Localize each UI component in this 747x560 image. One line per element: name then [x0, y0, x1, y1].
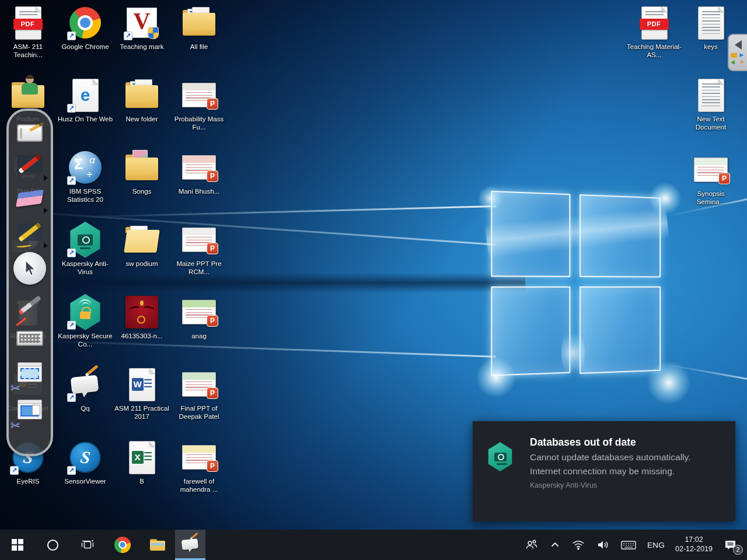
- eraser-tool[interactable]: [13, 182, 47, 215]
- speaker-mini-icon: [731, 60, 735, 65]
- screen-highlighter-tool[interactable]: [13, 215, 47, 250]
- desktop-icon-new-folder[interactable]: New folder: [114, 77, 170, 123]
- desktop-icon-new-text-document[interactable]: New Text Document: [683, 77, 739, 131]
- desktop-icon-label: New Text Document: [683, 115, 739, 131]
- desktop-icon-label: Final PPT of Deepak Patel: [171, 404, 227, 421]
- cortana-icon: [47, 540, 58, 551]
- pen-app-button[interactable]: [175, 530, 205, 560]
- shortcut-arrow-icon: ↗: [67, 321, 76, 330]
- excel-icon: X: [123, 439, 160, 475]
- desktop-icon-ibm-spss-statistics-20[interactable]: Σα÷↗IBM SPSS Statistics 20: [57, 149, 113, 204]
- desktop-icon-songs[interactable]: Songs: [114, 149, 170, 195]
- chrome-icon: ↗: [67, 5, 104, 41]
- kaspersky-notification[interactable]: Databases out of date Cannot update data…: [473, 421, 735, 522]
- window-capture-tool[interactable]: ✂: [13, 391, 47, 428]
- desktop-icon-google-chrome[interactable]: ↗Google Chrome: [57, 5, 113, 51]
- spss-icon: Σα÷↗: [67, 149, 104, 186]
- screen-pen-tool[interactable]: [13, 146, 47, 182]
- submenu-arrow-icon[interactable]: [44, 243, 48, 249]
- desktop-icon-mani-bhush[interactable]: PMani Bhush...: [171, 149, 227, 195]
- task-view-button[interactable]: [70, 530, 105, 560]
- folder-files-icon: [180, 5, 218, 41]
- desktop-icon-asm-211-teachin[interactable]: PDFASM- 211 Teachin...: [0, 5, 56, 59]
- desktop-icon-label: Qq: [81, 404, 89, 412]
- desktop-icon-all-file[interactable]: All file: [171, 5, 227, 51]
- kaspersky-logo-icon: [487, 442, 514, 471]
- shortcut-arrow-icon: ↗: [10, 466, 19, 475]
- desktop-icon-husz-on-the-web[interactable]: e↗Husz On The Web: [57, 77, 113, 123]
- docked-toolbar-collapsed[interactable]: ▶ ★: [728, 34, 747, 71]
- desktop-icon-label: keys: [704, 43, 718, 51]
- folder-mini-icon: [731, 53, 737, 58]
- textdoc-icon: [692, 5, 729, 41]
- clock[interactable]: 17:02 02-12-2019: [670, 530, 718, 560]
- volume-icon[interactable]: [591, 530, 615, 560]
- touch-keyboard-icon[interactable]: [615, 530, 642, 560]
- ppt-icon: P: [180, 222, 218, 258]
- desktop-icon-probability-mass-fu[interactable]: PProbability Mass Fu...: [171, 77, 227, 131]
- chrome-taskbar-button[interactable]: [105, 530, 140, 560]
- desktop-icon-kaspersky-secure-co[interactable]: ↗Kaspersky Secure Co...: [57, 294, 113, 348]
- desktop-icon-farewell-of-mahendra[interactable]: Pfarewell of mahendra ...: [171, 439, 227, 494]
- screen-capture-tool[interactable]: ✂: [13, 354, 47, 391]
- start-button[interactable]: [0, 530, 35, 560]
- notification-body: Cannot update databases automatically. I…: [530, 450, 705, 479]
- desktop-icon-kaspersky-anti-virus[interactable]: ↗Kaspersky Anti-Virus: [57, 222, 113, 276]
- image-red-icon: [123, 294, 160, 330]
- submenu-arrow-icon[interactable]: [44, 208, 48, 214]
- wifi-icon[interactable]: [566, 530, 591, 560]
- hidden-icons-chevron[interactable]: [544, 530, 566, 560]
- vmark-icon: V↗: [123, 5, 160, 41]
- clock-time: 17:02: [685, 536, 703, 545]
- swirl-icon: S↗: [67, 439, 104, 475]
- laser-pointer-tool[interactable]: [13, 287, 47, 323]
- desktop-icon-label: EyeRIS: [17, 477, 40, 485]
- language-indicator[interactable]: ENG: [642, 530, 670, 560]
- edge-icon: e↗: [67, 77, 104, 113]
- desktop-icon-sensorviewer[interactable]: S↗SensorViewer: [57, 439, 113, 485]
- desktop-icon-qq[interactable]: ↗Qq: [57, 366, 113, 412]
- onscreen-keyboard-tool[interactable]: [13, 323, 47, 354]
- action-center-icon[interactable]: 2: [718, 530, 743, 560]
- desktop-icon-label: Husz On The Web: [58, 115, 113, 123]
- pdf-icon: PDF: [9, 5, 47, 41]
- desktop-icon-teaching-mark[interactable]: V↗Teaching mark: [114, 5, 170, 51]
- tablet-pen-tool[interactable]: [13, 120, 47, 146]
- floating-pen-toolbar[interactable]: ✂✂: [6, 108, 53, 456]
- desktop-icon-46135303-n[interactable]: 46135303-n...: [114, 294, 170, 340]
- desktop-icon-label: Teaching mark: [120, 43, 164, 51]
- shortcut-arrow-icon: ↗: [67, 466, 76, 475]
- desktop-icon-label: Maize PPT Pre RCM...: [171, 260, 227, 276]
- star-mini-icon: ★: [738, 59, 745, 65]
- ppt-icon: P: [180, 149, 218, 186]
- desktop-icon-anag[interactable]: Panag: [171, 294, 227, 340]
- kav-icon: ↗: [67, 222, 104, 258]
- desktop-icon-b[interactable]: XB: [114, 439, 170, 485]
- desktop-icon-label: All file: [190, 43, 208, 51]
- folder-media-icon: [123, 149, 160, 186]
- desktop-icon-final-ppt-of-deepak-patel[interactable]: PFinal PPT of Deepak Patel: [171, 366, 227, 421]
- submenu-arrow-icon[interactable]: [44, 175, 48, 181]
- expand-left-icon[interactable]: [735, 40, 742, 50]
- people-icon[interactable]: [519, 530, 544, 560]
- desktop-icon-teaching-material-as[interactable]: PDFTeaching Material-AS...: [626, 5, 682, 59]
- qq-icon: ↗: [67, 366, 104, 402]
- file-explorer-button[interactable]: [140, 530, 175, 560]
- desktop-icon-maize-ppt-pre-rcm[interactable]: PMaize PPT Pre RCM...: [171, 222, 227, 276]
- play-mini-icon: ▶: [738, 52, 745, 58]
- ppt-icon: P: [692, 152, 729, 188]
- folder-person-icon: [9, 77, 47, 113]
- desktop-icon-sw-podium[interactable]: sw podium: [114, 222, 170, 268]
- cursor-tool[interactable]: [13, 250, 47, 287]
- desktop-icon-label: farewell of mahendra ...: [171, 477, 227, 494]
- notification-source: Kaspersky Anti-Virus: [530, 481, 705, 489]
- desktop-icon-synopsis-semina[interactable]: PSynopsis Semina...: [683, 152, 739, 206]
- desktop-icon-label: Teaching Material-AS...: [626, 43, 682, 59]
- desktop-icon-label: Mani Bhush...: [179, 187, 219, 195]
- system-tray: ENG 17:02 02-12-2019 2: [519, 530, 747, 560]
- desktop-icon-label: Kaspersky Secure Co...: [57, 332, 113, 348]
- desktop-icon-label: B: [139, 477, 144, 485]
- desktop-icon-asm-211-practical-2017[interactable]: WASM 211 Practical 2017: [114, 366, 170, 421]
- desktop-icon-label: New folder: [126, 115, 158, 123]
- cortana-button[interactable]: [35, 530, 70, 560]
